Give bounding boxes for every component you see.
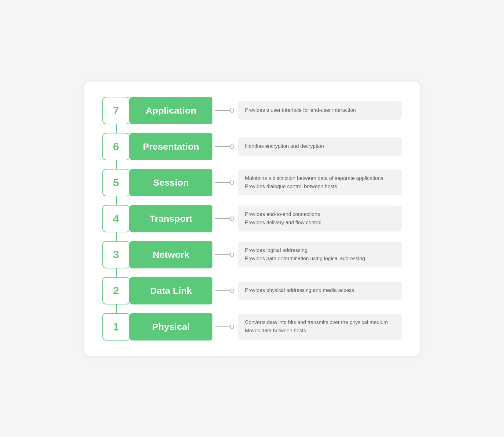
layer-name-label: Network — [130, 241, 212, 268]
osi-layer-row: 4TransportProvides end-to-end connection… — [102, 205, 402, 232]
layer-description-box: Provides logical addressingProvides path… — [238, 242, 402, 267]
layer-description-text: Handles encryption and decryption — [245, 142, 324, 150]
layer-right-section: Provides end-to-end connectionsProvides … — [212, 206, 402, 231]
layer-number: 4 — [102, 205, 130, 232]
layer-description-box: Converts data into bits and transmits ov… — [238, 314, 402, 339]
connector-line — [215, 217, 234, 221]
layer-description-box: Provides a user interface for end-user i… — [238, 101, 402, 120]
osi-layer-row: 7ApplicationProvides a user interface fo… — [102, 97, 402, 124]
layer-right-section: Handles encryption and decryption — [212, 137, 402, 156]
layer-description-text: Converts data into bits and transmits ov… — [245, 319, 388, 334]
layer-number: 1 — [102, 313, 130, 340]
layer-right-section: Provides a user interface for end-user i… — [212, 101, 402, 120]
layer-description-text: Provides physical addressing and media a… — [245, 286, 354, 294]
layer-name-label: Physical — [130, 313, 212, 340]
layer-right-section: Maintains a distinction between data of … — [212, 169, 402, 195]
layer-description-box: Handles encryption and decryption — [238, 137, 402, 156]
osi-layers-list: 7ApplicationProvides a user interface fo… — [102, 97, 402, 340]
layer-description-box: Maintains a distinction between data of … — [238, 169, 402, 195]
layer-description-text: Maintains a distinction between data of … — [245, 174, 383, 190]
osi-layer-row: 3NetworkProvides logical addressingProvi… — [102, 241, 402, 268]
connector-line — [215, 144, 234, 149]
connector-line — [215, 325, 234, 329]
layer-description-box: Provides physical addressing and media a… — [238, 282, 402, 300]
layer-number: 7 — [102, 97, 130, 124]
osi-card: 7ApplicationProvides a user interface fo… — [84, 82, 420, 356]
connector-line — [215, 253, 234, 257]
osi-layer-row: 5SessionMaintains a distinction between … — [102, 169, 402, 196]
layer-right-section: Converts data into bits and transmits ov… — [212, 314, 402, 339]
layer-description-text: Provides a user interface for end-user i… — [245, 106, 356, 114]
layer-description-text: Provides end-to-end connectionsProvides … — [245, 210, 322, 226]
connector-line — [215, 180, 234, 185]
layer-name-label: Session — [130, 169, 212, 196]
layer-description-box: Provides end-to-end connectionsProvides … — [238, 206, 402, 231]
layer-number: 5 — [102, 169, 130, 196]
layer-right-section: Provides logical addressingProvides path… — [212, 242, 402, 267]
osi-layer-row: 2Data LinkProvides physical addressing a… — [102, 277, 402, 304]
layer-name-label: Data Link — [130, 277, 212, 304]
layer-right-section: Provides physical addressing and media a… — [212, 282, 402, 300]
connector-line — [215, 108, 234, 113]
osi-layer-row: 1PhysicalConverts data into bits and tra… — [102, 313, 402, 340]
layer-name-label: Transport — [130, 205, 212, 232]
connector-line — [215, 289, 234, 293]
layer-number: 2 — [102, 277, 130, 304]
layer-number: 3 — [102, 241, 130, 268]
layer-number: 6 — [102, 133, 130, 160]
layer-name-label: Presentation — [130, 133, 212, 160]
layer-name-label: Application — [130, 97, 212, 124]
layer-description-text: Provides logical addressingProvides path… — [245, 246, 365, 262]
osi-layer-row: 6PresentationHandles encryption and decr… — [102, 133, 402, 160]
